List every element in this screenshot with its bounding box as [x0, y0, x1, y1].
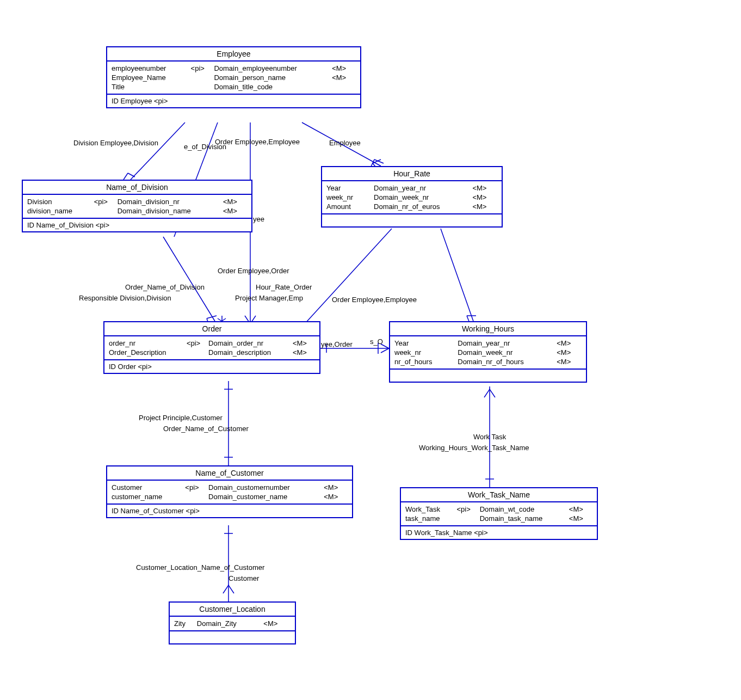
rel-label: yee,Order: [321, 340, 353, 348]
attr-table: Work_Task<pi>Domain_wt_code<M> task_name…: [405, 505, 592, 523]
attr-table: Division<pi>Domain_division_nr<M> divisi…: [27, 197, 247, 216]
entity-order: Order order_nr<pi>Domain_order_nr<M> Ord…: [103, 321, 320, 374]
rel-label: Hour_Rate_Order: [256, 283, 312, 291]
entity-id: ID Employee <pi>: [107, 95, 360, 107]
attr-row: ZityDomain_Zity<M>: [174, 619, 291, 628]
attr-row: employeenumber<pi>Domain_employeenumber<…: [112, 64, 356, 73]
attr-row: YearDomain_year_nr<M>: [394, 339, 582, 348]
rel-label: Working_Hours_Work_Task_Name: [419, 444, 529, 452]
entity-title: Name_of_Division: [23, 181, 251, 195]
entity-custloc: Customer_Location ZityDomain_Zity<M>: [169, 601, 296, 644]
attr-row: AmountDomain_nr_of_euros<M>: [326, 202, 497, 211]
entity-body: Customer<pi>Domain_customernumber<M> cus…: [107, 481, 352, 505]
rel-label: Work Task: [473, 433, 506, 441]
rel-label: Order_Name_of_Division: [125, 283, 205, 291]
rel-label: Customer: [229, 574, 259, 582]
entity-id: [390, 370, 586, 382]
rel-label: yee: [253, 215, 264, 223]
entity-id: ID Work_Task_Name <pi>: [401, 526, 597, 539]
rel-label: Order Employee,Employee: [332, 296, 417, 304]
rel-label: s_O: [370, 337, 383, 346]
entity-title: Name_of_Customer: [107, 466, 352, 481]
entity-body: YearDomain_year_nr<M> week_nrDomain_week…: [390, 336, 586, 370]
entity-id: [322, 214, 502, 226]
attr-table: ZityDomain_Zity<M>: [174, 619, 291, 628]
entity-worktask: Work_Task_Name Work_Task<pi>Domain_wt_co…: [400, 487, 598, 540]
entity-workinghours: Working_Hours YearDomain_year_nr<M> week…: [389, 321, 587, 383]
rel-label: Project Principle,Customer: [139, 414, 223, 422]
attr-row: Customer<pi>Domain_customernumber<M>: [112, 483, 348, 492]
entity-body: Division<pi>Domain_division_nr<M> divisi…: [23, 195, 251, 219]
entity-body: YearDomain_year_nr<M> week_nrDomain_week…: [322, 181, 502, 214]
entity-customer: Name_of_Customer Customer<pi>Domain_cust…: [106, 465, 353, 518]
entity-employee: Employee employeenumber<pi>Domain_employ…: [106, 46, 361, 108]
entity-body: ZityDomain_Zity<M>: [170, 617, 295, 631]
attr-row: Employee_NameDomain_person_name<M>: [112, 73, 356, 82]
attr-row: customer_nameDomain_customer_name<M>: [112, 492, 348, 501]
rel-label: Division Employee,Division: [73, 139, 158, 147]
entity-body: employeenumber<pi>Domain_employeenumber<…: [107, 62, 360, 95]
entity-title: Working_Hours: [390, 322, 586, 336]
entity-id: [170, 631, 295, 643]
attr-row: TitleDomain_title_code: [112, 82, 356, 91]
attr-row: week_nrDomain_week_nr<M>: [326, 193, 497, 202]
attr-table: YearDomain_year_nr<M> week_nrDomain_week…: [326, 183, 497, 211]
entity-id: ID Order <pi>: [104, 360, 319, 373]
attr-row: week_nrDomain_week_nr<M>: [394, 348, 582, 357]
entity-id: ID Name_of_Customer <pi>: [107, 505, 352, 517]
rel-label: Project Manager,Emp: [235, 294, 303, 302]
attr-table: employeenumber<pi>Domain_employeenumber<…: [112, 64, 356, 91]
attr-row: Division<pi>Domain_division_nr<M>: [27, 197, 247, 206]
entity-title: Customer_Location: [170, 603, 295, 617]
attr-table: YearDomain_year_nr<M> week_nrDomain_week…: [394, 339, 582, 366]
attr-row: Order_DescriptionDomain_description<M>: [109, 348, 315, 357]
attr-row: division_nameDomain_division_name<M>: [27, 206, 247, 216]
entity-body: Work_Task<pi>Domain_wt_code<M> task_name…: [401, 502, 597, 526]
rel-label: Order Employee,Employee: [215, 138, 300, 146]
entity-title: Hour_Rate: [322, 167, 502, 181]
attr-row: nr_of_hoursDomain_nr_of_hours<M>: [394, 357, 582, 366]
attr-row: order_nr<pi>Domain_order_nr<M>: [109, 339, 315, 348]
attr-row: task_nameDomain_task_name<M>: [405, 514, 592, 523]
rel-label: Responsible Division,Division: [79, 294, 171, 302]
attr-row: YearDomain_year_nr<M>: [326, 183, 497, 193]
rel-label: Customer_Location_Name_of_Customer: [136, 563, 264, 572]
rel-label: Employee: [329, 139, 361, 147]
entity-title: Work_Task_Name: [401, 488, 597, 502]
entity-title: Order: [104, 322, 319, 336]
rel-label: Order_Name_of_Customer: [163, 425, 249, 433]
attr-row: Work_Task<pi>Domain_wt_code<M>: [405, 505, 592, 514]
attr-table: Customer<pi>Domain_customernumber<M> cus…: [112, 483, 348, 501]
entity-title: Employee: [107, 47, 360, 62]
entity-hourrate: Hour_Rate YearDomain_year_nr<M> week_nrD…: [321, 166, 503, 228]
rel-label: Order Employee,Order: [218, 267, 289, 275]
entity-division: Name_of_Division Division<pi>Domain_divi…: [22, 180, 252, 232]
attr-table: order_nr<pi>Domain_order_nr<M> Order_Des…: [109, 339, 315, 357]
entity-id: ID Name_of_Division <pi>: [23, 219, 251, 231]
entity-body: order_nr<pi>Domain_order_nr<M> Order_Des…: [104, 336, 319, 360]
